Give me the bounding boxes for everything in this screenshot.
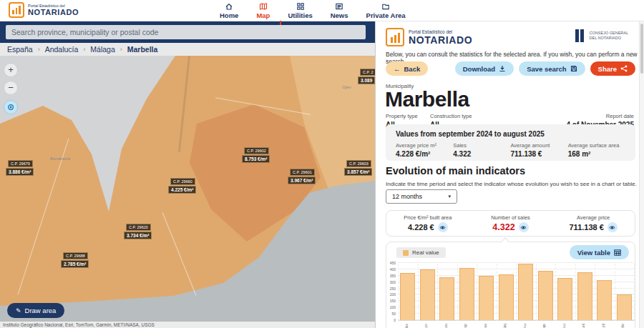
back-label: Back xyxy=(404,65,421,73)
map-label-29602[interactable]: C.P. 29602 8.753 €/m² xyxy=(242,147,270,163)
share-button[interactable]: Share xyxy=(590,61,635,76)
map-canvas[interactable]: Benahavís Ojén C.P. 29679 3.886 €/m² C.P… xyxy=(0,56,375,322)
ytick-label: 450 xyxy=(386,261,396,265)
download-label: Download xyxy=(463,65,495,73)
nav-utilities[interactable]: Utilities xyxy=(288,2,312,19)
map-label-29603[interactable]: C.P. 29603 3.857 €/m² xyxy=(344,160,372,176)
draw-area-button[interactable]: ✎ Draw area xyxy=(7,303,64,318)
save-search-button[interactable]: Save search xyxy=(519,61,585,76)
eye-icon[interactable] xyxy=(608,222,618,232)
xtick-label: nov 24 xyxy=(444,324,449,328)
breadcrumb-separator: › xyxy=(83,46,85,53)
map-label-29679[interactable]: C.P. 29679 3.886 €/m² xyxy=(6,160,34,176)
breadcrumb-malaga[interactable]: Málaga xyxy=(90,45,114,54)
stats-panel: Portal Estadístico del NOTARIADO CONSEJO… xyxy=(375,21,644,328)
bar xyxy=(518,264,533,320)
property-type-label: Property type xyxy=(386,113,430,119)
period-select[interactable]: 12 months ▾ xyxy=(386,189,457,204)
gridline-v xyxy=(457,264,458,321)
map-label-29620[interactable]: C.P. 29620 3.734 €/m² xyxy=(124,224,152,239)
gridline-v xyxy=(418,264,419,321)
back-button[interactable]: ← Back xyxy=(386,61,428,76)
gridline-v xyxy=(398,264,399,321)
eye-icon[interactable] xyxy=(519,222,529,232)
nav-utilities-label: Utilities xyxy=(288,11,312,19)
view-table-button[interactable]: View table xyxy=(570,245,629,259)
map-label-29601[interactable]: C.P. 29601 3.967 €/m² xyxy=(288,169,316,184)
gridline-h xyxy=(398,262,634,263)
map-label-price: 8.753 €/m² xyxy=(242,155,270,163)
map-label-cp: C.P. 29601 xyxy=(290,169,315,176)
search-bar xyxy=(0,21,375,43)
indicator-number-of-sales[interactable]: Number of sales 4.322 xyxy=(469,211,552,236)
nav-map-active-marker xyxy=(280,21,281,25)
stat-label: Average amount xyxy=(511,142,568,149)
values-summary-box: Values from september 2024 to august 202… xyxy=(386,124,635,161)
gridline-v xyxy=(615,264,615,321)
gridline-v xyxy=(477,264,477,321)
bar xyxy=(479,276,494,320)
map-label-29660[interactable]: C.P. 29660 4.225 €/m² xyxy=(168,178,196,194)
map-label-price: 3.857 €/m² xyxy=(344,168,372,176)
download-button[interactable]: Download xyxy=(455,61,514,76)
map-label-clipped[interactable]: C.P. 2 3.089 xyxy=(358,69,375,84)
breadcrumb-andalucia[interactable]: Andalucía xyxy=(45,45,79,54)
private-area-folder-icon xyxy=(381,2,390,11)
portal-logo-icon xyxy=(9,2,24,18)
scrollbar-thumb[interactable] xyxy=(640,24,643,74)
gridline-v xyxy=(437,264,438,321)
search-input[interactable] xyxy=(6,25,366,39)
ytick-label: 350 xyxy=(386,274,396,278)
eye-icon[interactable] xyxy=(438,222,448,232)
stat-average-surface: Average surface area 168 m² xyxy=(568,142,625,158)
ytick-label: 50 xyxy=(386,312,396,316)
save-search-label: Save search xyxy=(527,65,566,73)
zoom-in-button[interactable]: + xyxy=(4,63,18,77)
chart-legend: Real value xyxy=(396,247,446,258)
locate-button[interactable] xyxy=(4,100,18,114)
save-icon xyxy=(570,65,577,72)
bar xyxy=(499,274,514,320)
app: Portal Estadístico del NOTARIADO Home Ma… xyxy=(0,0,644,328)
share-label: Share xyxy=(598,65,617,73)
map-label-cp: C.P. 29603 xyxy=(346,160,371,167)
nav-private-area[interactable]: Private Area xyxy=(366,2,406,19)
indicator-value: 4.228 € xyxy=(408,223,434,232)
nav-home[interactable]: Home xyxy=(220,2,238,19)
xtick-label: oct 24 xyxy=(424,324,429,328)
values-title: Values from september 2024 to august 202… xyxy=(396,130,625,138)
share-icon xyxy=(620,65,628,72)
gridline-v xyxy=(497,264,497,321)
stat-label: Sales xyxy=(453,142,510,149)
zoom-out-button[interactable]: − xyxy=(4,81,18,95)
map-label-price: 2.785 €/m² xyxy=(61,260,89,268)
map-attribution: Instituto Geográfico Nacional, Esri, Tom… xyxy=(0,322,375,328)
map-label-29688[interactable]: C.P. 29688 2.785 €/m² xyxy=(61,252,89,268)
xtick-label: ago 25 xyxy=(621,324,625,328)
breadcrumb-espana[interactable]: España xyxy=(7,45,33,54)
nav-map-label: Map xyxy=(256,11,270,19)
consejo-text: CONSEJO GENERAL DEL NOTARIADO xyxy=(590,31,628,41)
nav-news[interactable]: News xyxy=(331,2,348,19)
xtick-label: may 25 xyxy=(562,324,567,328)
evolution-subtitle: Indicate the time period and select the … xyxy=(386,181,637,187)
nav-map[interactable]: Map xyxy=(256,2,270,19)
top-header: Portal Estadístico del NOTARIADO Home Ma… xyxy=(0,0,644,21)
nav-home-label: Home xyxy=(220,11,238,19)
ytick-label: 100 xyxy=(386,305,396,309)
portal-logo-line2: NOTARIADO xyxy=(28,8,79,16)
indicator-price-m2[interactable]: Price €/m² built area 4.228 € xyxy=(386,211,469,236)
stat-average-price: Average price m² 4.228 €/m² xyxy=(396,142,453,158)
portal-logo[interactable]: Portal Estadístico del NOTARIADO xyxy=(9,2,79,18)
map-label-price: 3.734 €/m² xyxy=(124,232,152,239)
map-label-price: 3.089 xyxy=(358,76,375,84)
panel-scrollbar[interactable] xyxy=(639,21,644,328)
indicator-label: Price €/m² built area xyxy=(404,214,452,221)
news-icon xyxy=(335,2,343,11)
bar xyxy=(538,271,553,320)
stat-label: Average price m² xyxy=(396,142,453,149)
indicator-average-price[interactable]: Average price 711.138 € xyxy=(552,211,635,236)
map-label-cp: C.P. 29688 xyxy=(63,252,88,259)
bar xyxy=(420,269,435,320)
pencil-icon: ✎ xyxy=(16,307,21,314)
